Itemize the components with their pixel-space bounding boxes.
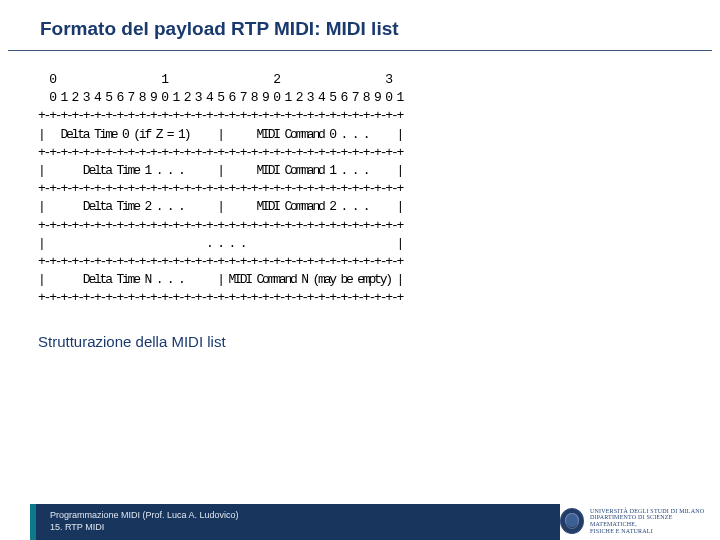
logo-text-line2: Dipartimento di Scienze Matematiche,: [590, 514, 710, 527]
footer-line-topic: 15. RTP MIDI: [50, 521, 560, 533]
slide-title: Formato del payload RTP MIDI: MIDI list: [0, 0, 720, 50]
logo-text-line3: Fisiche e Naturali: [590, 528, 710, 535]
logo-crest-icon: [560, 508, 584, 534]
slide-footer: Programmazione MIDI (Prof. Luca A. Ludov…: [0, 504, 720, 540]
midi-list-diagram: 0 1 2 3 0 1 2 3 4 5 6 7 8 9 0 1 2 3 4 5 …: [38, 71, 682, 307]
logo-text-line1: Università degli Studi di Milano: [590, 508, 710, 515]
logo-text: Università degli Studi di Milano Diparti…: [590, 508, 710, 534]
slide-subtitle: Strutturazione della MIDI list: [0, 307, 720, 350]
university-logo: Università degli Studi di Milano Diparti…: [560, 506, 710, 536]
footer-line-course: Programmazione MIDI (Prof. Luca A. Ludov…: [50, 509, 560, 521]
diagram-container: 0 1 2 3 0 1 2 3 4 5 6 7 8 9 0 1 2 3 4 5 …: [0, 51, 720, 307]
footer-info: Programmazione MIDI (Prof. Luca A. Ludov…: [36, 504, 560, 540]
